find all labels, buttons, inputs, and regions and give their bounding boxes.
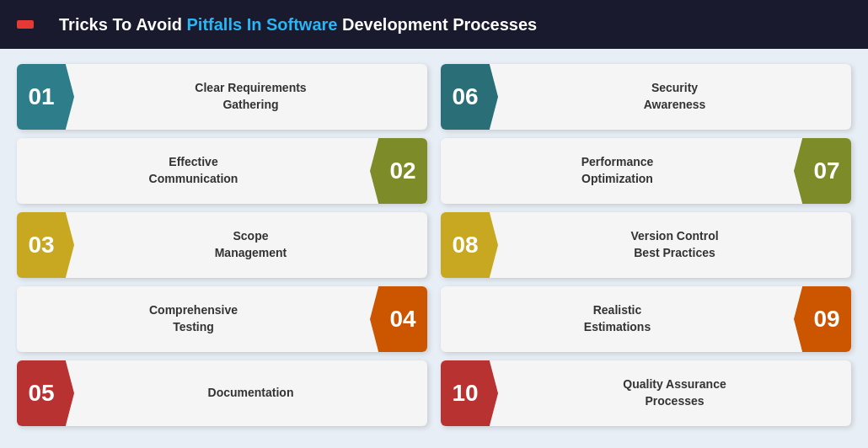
title-normal2: Development Processes — [337, 15, 537, 34]
number-badge: 03 — [17, 212, 74, 278]
number-badge: 08 — [441, 212, 498, 278]
card-label: Clear RequirementsGathering — [74, 80, 427, 113]
number-badge: 02 — [370, 138, 427, 204]
card-item: PerformanceOptimization07 — [441, 138, 851, 204]
card-label: RealisticEstimations — [441, 302, 794, 335]
card-label: ComprehensiveTesting — [17, 302, 370, 335]
logo — [17, 20, 34, 29]
card-item: 06SecurityAwareness — [441, 64, 851, 130]
card-item: 10Quality AssuranceProcesses — [441, 360, 851, 426]
page-title: Tricks To Avoid Pitfalls In Software Dev… — [59, 15, 537, 35]
card-item: RealisticEstimations09 — [441, 286, 851, 352]
left-column: 01Clear RequirementsGatheringEffectiveCo… — [17, 64, 427, 433]
card-label: ScopeManagement — [74, 228, 427, 261]
number-badge: 07 — [794, 138, 851, 204]
card-label: SecurityAwareness — [498, 80, 851, 113]
card-item: 08Version ControlBest Practices — [441, 212, 851, 278]
card-item: 01Clear RequirementsGathering — [17, 64, 427, 130]
header: Tricks To Avoid Pitfalls In Software Dev… — [0, 0, 868, 49]
number-badge: 01 — [17, 64, 74, 130]
card-label: PerformanceOptimization — [441, 154, 794, 187]
card-item: 05Documentation — [17, 360, 427, 426]
number-badge: 05 — [17, 360, 74, 426]
number-badge: 04 — [370, 286, 427, 352]
card-item: 03ScopeManagement — [17, 212, 427, 278]
card-label: Version ControlBest Practices — [498, 228, 851, 261]
right-column: 06SecurityAwarenessPerformanceOptimizati… — [441, 64, 851, 433]
title-normal1: Tricks To Avoid — [59, 15, 187, 34]
card-label: Quality AssuranceProcesses — [498, 376, 851, 409]
number-badge: 10 — [441, 360, 498, 426]
card-label: EffectiveCommunication — [17, 154, 370, 187]
card-item: EffectiveCommunication02 — [17, 138, 427, 204]
number-badge: 06 — [441, 64, 498, 130]
card-label: Documentation — [74, 385, 427, 402]
main-content: 01Clear RequirementsGatheringEffectiveCo… — [0, 49, 868, 448]
number-badge: 09 — [794, 286, 851, 352]
card-item: ComprehensiveTesting04 — [17, 286, 427, 352]
title-highlight: Pitfalls In Software — [187, 15, 338, 34]
